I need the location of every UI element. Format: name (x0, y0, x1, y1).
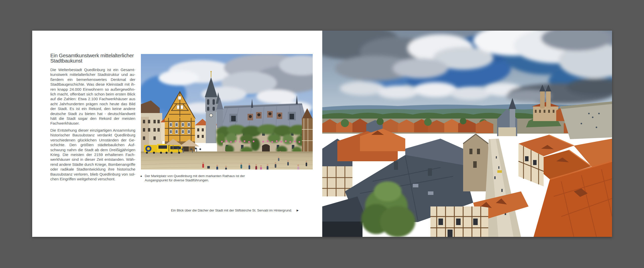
page-title-line1: Ein Gesamtkunstwerk mittelalterlicher (50, 53, 135, 58)
rooftops-photo (322, 31, 612, 237)
page-title-line2: Stadtbaukunst (50, 58, 135, 63)
marketplace-caption: ▲ Der Marktplatz von Quedlinburg mit dem… (140, 174, 262, 182)
article-paragraph: Die Welterbestadt Quedlinburg ist ein Ge… (50, 67, 135, 126)
article-body: Die Welterbestadt Quedlinburg ist ein Ge… (50, 67, 135, 181)
rooftops-caption: Ein Blick über die Dächer der Stadt mit … (171, 208, 299, 212)
caption-marker-right-icon: ▶ (297, 208, 299, 212)
rooftops-caption-text: Ein Blick über die Dächer der Stadt mit … (171, 208, 292, 212)
caption-marker-up-icon: ▲ (140, 174, 142, 178)
page-title: Ein Gesamtkunstwerk mittelalterlicher St… (50, 53, 135, 63)
marketplace-photo (141, 54, 313, 170)
article-column: Ein Gesamtkunstwerk mittelalterlicher St… (50, 53, 135, 183)
article-paragraph: Die Entstehung dieser einzigartigen Ansa… (50, 128, 135, 181)
marketplace-caption-text: Der Marktplatz von Quedlinburg mit dem m… (145, 174, 262, 182)
book-spread: Ein Gesamtkunstwerk mittelalterlicher St… (32, 31, 612, 237)
viewer-canvas: { "canvas": { "background_color": "#5959… (0, 0, 644, 268)
